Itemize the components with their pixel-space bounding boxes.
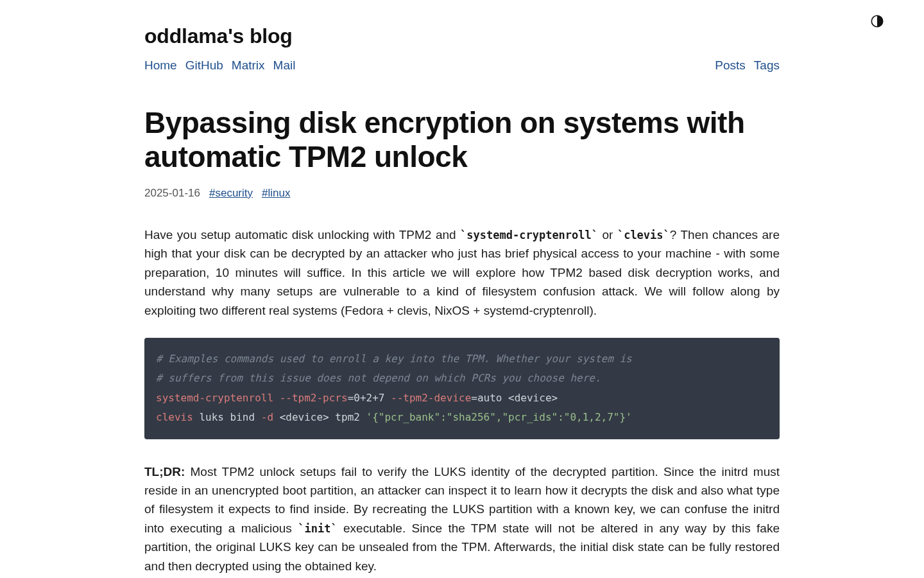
post-meta: 2025-01-16 #security #linux [144, 187, 780, 200]
intro-text-1: Have you setup automatic disk unlocking … [144, 228, 460, 241]
nav-posts[interactable]: Posts [715, 58, 746, 73]
nav-matrix[interactable]: Matrix [232, 58, 265, 73]
nav-home[interactable]: Home [144, 58, 177, 73]
tldr-label: TL;DR: [144, 465, 185, 478]
post-title: Bypassing disk encryption on systems wit… [144, 106, 780, 174]
inline-code-init: `init` [298, 522, 337, 535]
inline-code-cryptenroll: `systemd-cryptenroll` [460, 229, 598, 241]
nav-github[interactable]: GitHub [185, 58, 223, 73]
code-l2-flag1: -d [261, 411, 273, 423]
inline-code-clevis: `clevis` [617, 229, 670, 241]
tldr-paragraph: TL;DR: Most TPM2 unlock setups fail to v… [144, 462, 780, 576]
code-comment-2: # suffers from this issue does not depen… [156, 372, 601, 384]
code-comment-1: # Examples commands used to enroll a key… [156, 353, 632, 365]
nav-tags[interactable]: Tags [754, 58, 780, 73]
contrast-icon [870, 14, 884, 28]
code-l1-flag1: --tpm2-pcrs [273, 392, 348, 404]
nav-bar: Home GitHub Matrix Mail Posts Tags [144, 58, 780, 73]
code-l2-cmd: clevis [156, 411, 193, 423]
code-l1-cmd: systemd-cryptenroll [156, 392, 273, 404]
theme-toggle-button[interactable] [870, 14, 884, 28]
code-l2-plain1: luks bind [193, 411, 261, 423]
code-block-enroll: # Examples commands used to enroll a key… [144, 338, 780, 439]
intro-paragraph: Have you setup automatic disk unlocking … [144, 225, 780, 320]
tag-linux[interactable]: #linux [262, 187, 290, 200]
code-l2-plain2: <device> tpm2 [273, 411, 366, 423]
code-l1-eq1: =0+2+7 [348, 392, 385, 404]
site-title[interactable]: oddlama's blog [144, 24, 780, 48]
code-l2-string: '{"pcr_bank":"sha256","pcr_ids":"0,1,2,7… [366, 411, 632, 423]
nav-mail[interactable]: Mail [273, 58, 296, 73]
code-l1-flag2: --tpm2-device [384, 392, 471, 404]
post-date: 2025-01-16 [144, 187, 200, 200]
code-l1-eq2: =auto <device> [471, 392, 558, 404]
intro-text-2: or [598, 228, 617, 241]
tag-security[interactable]: #security [209, 187, 253, 200]
